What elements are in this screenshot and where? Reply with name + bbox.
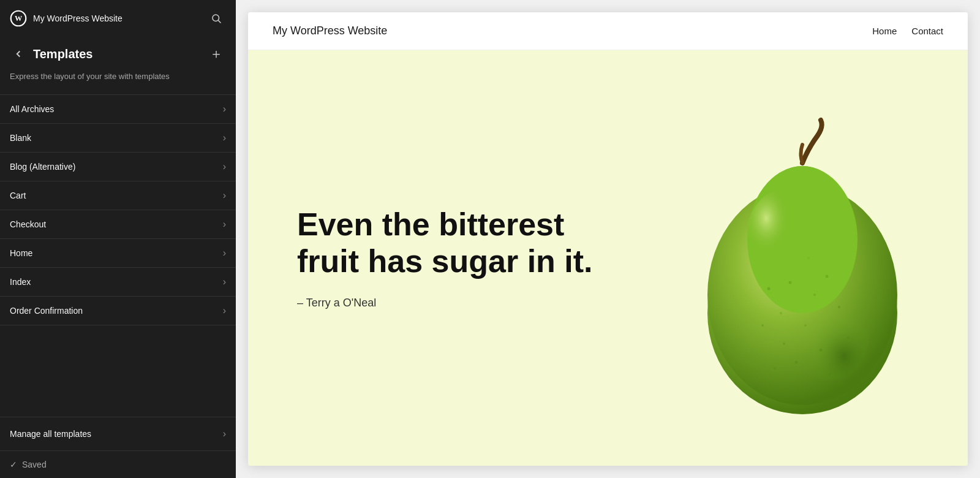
search-button[interactable] bbox=[206, 9, 226, 28]
manage-all-templates-button[interactable]: Manage all templates › bbox=[0, 417, 236, 450]
saved-status: ✓ Saved bbox=[0, 450, 236, 478]
add-template-button[interactable]: ＋ bbox=[206, 44, 226, 64]
template-label: Order Confirmation bbox=[10, 306, 223, 316]
template-item-index[interactable]: Index › bbox=[0, 267, 236, 296]
topbar: W My WordPress Website bbox=[0, 0, 236, 37]
check-icon: ✓ bbox=[10, 460, 17, 469]
svg-point-16 bbox=[783, 343, 785, 345]
chevron-right-icon: › bbox=[223, 161, 226, 172]
template-item-checkout[interactable]: Checkout › bbox=[0, 210, 236, 238]
template-label: Home bbox=[10, 248, 223, 258]
svg-point-17 bbox=[820, 349, 823, 352]
chevron-right-icon: › bbox=[223, 276, 226, 287]
template-label: Blog (Alternative) bbox=[10, 162, 223, 172]
hero-attribution: – Terry a O'Neal bbox=[297, 297, 919, 309]
wp-logo-icon: W bbox=[10, 10, 27, 27]
svg-point-15 bbox=[804, 324, 807, 327]
panel-subtitle: Express the layout of your site with tem… bbox=[0, 69, 236, 94]
site-name-label: My WordPress Website bbox=[33, 13, 200, 23]
template-list: All Archives › Blank › Blog (Alternative… bbox=[0, 94, 236, 417]
template-label: Blank bbox=[10, 133, 223, 143]
template-item-blank[interactable]: Blank › bbox=[0, 123, 236, 152]
svg-line-3 bbox=[218, 20, 221, 23]
main-preview-area: My WordPress Website Home Contact Even t… bbox=[236, 0, 980, 478]
hero-text: Even the bitterest fruit has sugar in it… bbox=[297, 207, 919, 310]
sidebar-footer: Manage all templates › ✓ Saved bbox=[0, 417, 236, 478]
template-item-order-confirmation[interactable]: Order Confirmation › bbox=[0, 296, 236, 325]
site-preview: My WordPress Website Home Contact Even t… bbox=[248, 12, 968, 466]
svg-point-25 bbox=[847, 336, 850, 339]
svg-text:W: W bbox=[15, 14, 23, 23]
site-header: My WordPress Website Home Contact bbox=[248, 12, 968, 50]
template-item-cart[interactable]: Cart › bbox=[0, 181, 236, 210]
panel-header: Templates ＋ bbox=[0, 37, 236, 69]
site-nav: Home Contact bbox=[872, 26, 943, 36]
svg-point-19 bbox=[829, 373, 831, 376]
site-logo-text: My WordPress Website bbox=[273, 25, 387, 37]
template-label: Index bbox=[10, 277, 223, 287]
panel-title: Templates bbox=[33, 47, 200, 61]
hero-section: Even the bitterest fruit has sugar in it… bbox=[248, 50, 968, 466]
svg-point-2 bbox=[213, 15, 219, 21]
template-label: Checkout bbox=[10, 219, 223, 229]
saved-label: Saved bbox=[22, 460, 47, 469]
template-item-home[interactable]: Home › bbox=[0, 238, 236, 267]
hero-quote: Even the bitterest fruit has sugar in it… bbox=[297, 207, 603, 280]
svg-point-13 bbox=[780, 312, 782, 314]
back-button[interactable] bbox=[10, 45, 27, 63]
chevron-right-icon: › bbox=[223, 104, 226, 115]
svg-point-20 bbox=[795, 361, 798, 364]
sidebar: W My WordPress Website Templates ＋ Expre… bbox=[0, 0, 236, 478]
chevron-right-icon: › bbox=[223, 190, 226, 201]
template-item-all-archives[interactable]: All Archives › bbox=[0, 94, 236, 123]
svg-point-18 bbox=[774, 367, 776, 370]
chevron-right-icon: › bbox=[223, 248, 226, 259]
manage-label: Manage all templates bbox=[10, 429, 223, 439]
template-item-blog-alternative[interactable]: Blog (Alternative) › bbox=[0, 152, 236, 181]
chevron-right-icon: › bbox=[223, 305, 226, 316]
nav-link-contact[interactable]: Contact bbox=[911, 26, 943, 36]
svg-point-26 bbox=[761, 324, 764, 327]
chevron-right-icon: › bbox=[223, 219, 226, 230]
nav-link-home[interactable]: Home bbox=[872, 26, 897, 36]
chevron-right-icon: › bbox=[223, 428, 226, 439]
chevron-right-icon: › bbox=[223, 132, 226, 143]
template-label: All Archives bbox=[10, 104, 223, 114]
template-label: Cart bbox=[10, 191, 223, 200]
